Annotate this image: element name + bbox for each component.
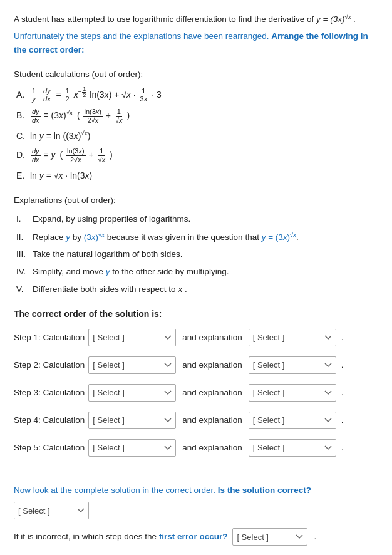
step-3-period: . [341,386,344,400]
step-row-2: Step 2: Calculation [ Select ] ABCDE and… [14,356,378,374]
step-5-label: Step 5: Calculation [14,441,85,455]
solution-question-text: Now look at the complete solution in the… [14,484,311,497]
step-5-and-exp: and explanation [182,441,242,455]
expl-roman-i: I. [16,212,30,226]
error-period: . [314,530,316,544]
first-error-text: If it is incorrect, in which step does t… [14,530,227,544]
steps-section: Step 1: Calculation [ Select ] ABCDE and… [14,329,378,457]
solution-bold: Is the solution correct? [218,485,311,495]
step-2-exp-select[interactable]: [ Select ] IIIIIIIVV [249,356,336,374]
expl-text-v: Differentiate both sides with respect to… [33,283,187,296]
frac-half: 1 2 [64,87,71,103]
step-1-period: . [341,331,344,345]
first-error-bold: first error occur? [159,532,228,541]
calc-item-c: C. ln y = ln ((3x)√x) [16,128,378,143]
solution-correct-select[interactable]: [ Select ] Yes No [14,502,89,519]
calc-label-b: B. [16,108,28,122]
calc-formula-a: 1 y dy dx = 1 2 x−12 ln(3x) + √x · 1 3x [30,86,162,103]
step-3-label: Step 3: Calculation [14,386,85,400]
calc-item-b: B. dy dx = (3x)√x ( ln(3x) 2√x + 1 √x ) [16,108,378,124]
expl-roman-iii: III. [16,247,30,261]
calc-label-e: E. [16,169,28,182]
step-4-period: . [341,413,344,427]
frac-dy-dx-d: dy dx [31,147,41,163]
step-5-calc-select[interactable]: [ Select ] ABCDE [88,439,176,457]
intro-paragraph: A student has attempted to use logarithm… [14,11,378,26]
expl-text-ii: Replace y by (3x)√x because it was given… [33,229,299,244]
step-row-5: Step 5: Calculation [ Select ] ABCDE and… [14,439,378,457]
calculations-section: A. 1 y dy dx = 1 2 x−12 ln(3x) + √x · 1 [16,86,378,182]
instruction-paragraph: Unfortunately the steps and the explanat… [14,29,378,56]
step-1-calc-select[interactable]: [ Select ] ABCDE [88,329,176,346]
step-4-and-exp: and explanation [182,413,242,427]
bottom-section: Now look at the complete solution in the… [14,472,378,546]
step-3-calc-select[interactable]: [ Select ] ABCDE [88,384,176,402]
expl-item-i: I. Expand, by using properties of logari… [16,212,378,226]
intro-formula: y = (3x)√x [316,14,353,24]
step-4-exp-select[interactable]: [ Select ] IIIIIIIVV [249,412,336,429]
calc-item-e: E. ln y = √x · ln(3x) [16,169,378,182]
step-2-period: . [341,358,344,372]
step-1-label: Step 1: Calculation [14,331,85,345]
expl-roman-v: V. [16,283,30,296]
expl-item-iv: IV. Simplify, and move y to the other si… [16,265,378,279]
calc-item-d: D. dy dx = y ( ln(3x) 2√x + 1 √x ) [16,147,378,163]
step-row-1: Step 1: Calculation [ Select ] ABCDE and… [14,329,378,346]
step-1-exp-select[interactable]: [ Select ] IIIIIIIVV [249,329,336,346]
step-4-calc-select[interactable]: [ Select ] ABCDE [88,412,176,429]
step-row-4: Step 4: Calculation [ Select ] ABCDE and… [14,412,378,429]
instruction-bold: Arrange the following in the correct ord… [14,31,368,54]
explanations-section: I. Expand, by using properties of logari… [16,212,378,296]
expl-roman-ii: II. [16,231,30,244]
step-2-label: Step 2: Calculation [14,358,85,372]
expl-text-iv: Simplify, and move y to the other side b… [33,265,229,279]
frac-dy-dx-b: dy dx [31,108,41,124]
step-5-exp-select[interactable]: [ Select ] IIIIIIIVV [249,439,336,457]
expl-text-i: Expand, by using properties of logarithm… [33,212,190,226]
correct-order-title: The correct order of the solution is: [14,307,378,321]
step-1-and-exp: and explanation [182,331,242,345]
first-error-row: If it is incorrect, in which step does t… [14,528,378,546]
frac-dy-dx: dy dx [42,87,52,103]
step-row-3: Step 3: Calculation [ Select ] ABCDE and… [14,384,378,402]
calc-label-a: A. [16,88,28,101]
solution-correct-row: Now look at the complete solution in the… [14,484,378,520]
calc-item-a: A. 1 y dy dx = 1 2 x−12 ln(3x) + √x · 1 [16,86,378,103]
first-error-select[interactable]: [ Select ] Step 1 Step 2 Step 3 Step 4 S… [232,528,307,546]
calc-formula-b: dy dx = (3x)√x ( ln(3x) 2√x + 1 √x ) [30,108,130,124]
step-3-exp-select[interactable]: [ Select ] IIIIIIIVV [249,384,336,402]
expl-item-v: V. Differentiate both sides with respect… [16,283,378,296]
expl-item-iii: III. Take the natural logarithm of both … [16,247,378,261]
expl-item-ii: II. Replace y by (3x)√x because it was g… [16,229,378,244]
step-2-calc-select[interactable]: [ Select ] ABCDE [88,356,176,374]
calc-formula-e: ln y = √x · ln(3x) [30,169,92,182]
frac-1-3x: 1 3x [139,87,149,103]
step-3-and-exp: and explanation [182,386,242,400]
step-5-period: . [341,441,344,455]
calc-formula-c: ln y = ln ((3x)√x) [30,128,90,143]
expl-roman-iv: IV. [16,265,30,279]
expl-text-iii: Take the natural logarithm of both sides… [33,247,182,261]
calculations-label: Student calculations (out of order): [14,68,378,81]
calc-label-d: D. [16,148,28,162]
calc-label-c: C. [16,129,28,143]
explanations-label: Explanations (out of order): [14,194,378,207]
step-2-and-exp: and explanation [182,358,242,372]
calc-formula-d: dy dx = y ( ln(3x) 2√x + 1 √x ) [30,147,113,163]
frac-1dy: 1 y [31,87,37,103]
step-4-label: Step 4: Calculation [14,413,85,427]
